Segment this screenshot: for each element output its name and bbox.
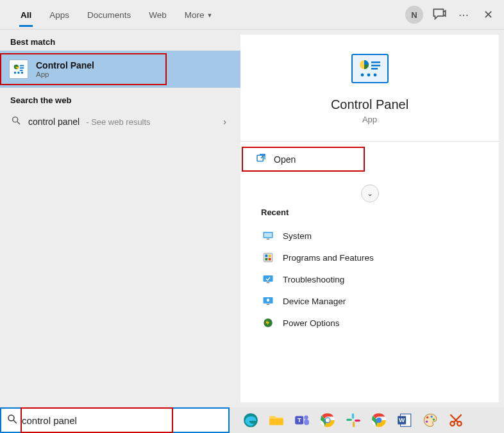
svg-rect-38 [304, 420, 309, 425]
svg-point-41 [326, 418, 330, 423]
taskbar-word-icon[interactable]: W [394, 409, 416, 431]
svg-rect-22 [269, 255, 271, 257]
search-web-label: Search the web [0, 88, 240, 109]
svg-rect-3 [20, 70, 23, 71]
web-result-row[interactable]: control panel - See web results › [0, 109, 240, 135]
svg-rect-16 [257, 155, 263, 161]
svg-rect-25 [264, 275, 273, 282]
system-icon [262, 230, 274, 241]
svg-rect-21 [265, 255, 268, 257]
svg-line-32 [13, 420, 17, 423]
search-window: All Apps Documents Web More▼ N ⋯ ✕ Best … [0, 0, 504, 407]
close-icon[interactable]: ✕ [480, 6, 496, 23]
recent-item-power-options[interactable]: Power Options [260, 312, 480, 334]
recent-item-device-manager[interactable]: Device Manager [260, 290, 480, 312]
recent-item-label: Programs and Features [283, 253, 374, 263]
recent-section: Recent System Programs and Features Trou… [240, 195, 499, 334]
svg-rect-19 [267, 239, 270, 240]
chevron-down-icon: ⌄ [367, 189, 373, 198]
result-control-panel[interactable]: Control Panel App [0, 53, 167, 85]
best-match-label: Best match [0, 29, 240, 51]
control-panel-icon [9, 60, 28, 79]
tab-web[interactable]: Web [140, 4, 176, 26]
taskbar-chrome-icon[interactable] [317, 409, 339, 431]
more-options-icon[interactable]: ⋯ [455, 6, 472, 23]
tab-all[interactable]: All [12, 4, 40, 26]
svg-point-28 [267, 298, 270, 302]
taskbar-file-explorer-icon[interactable] [265, 409, 287, 431]
result-text: Control Panel App [36, 60, 94, 78]
svg-point-53 [433, 418, 435, 420]
web-query-text: control panel [28, 117, 80, 127]
svg-point-31 [8, 415, 14, 421]
tab-label: Web [149, 10, 167, 20]
svg-rect-43 [346, 419, 352, 421]
chevron-right-icon: › [223, 117, 226, 127]
programs-icon [262, 252, 274, 263]
svg-rect-11 [371, 65, 380, 67]
open-action[interactable]: Open [239, 144, 367, 174]
svg-rect-20 [264, 253, 273, 262]
svg-point-13 [360, 74, 364, 77]
user-avatar[interactable]: N [405, 6, 423, 24]
preview-actions: Open [240, 141, 499, 177]
svg-point-6 [21, 72, 23, 74]
tab-label: More [185, 10, 205, 20]
taskbar-chrome-canary-icon[interactable] [368, 409, 390, 431]
tab-more[interactable]: More▼ [176, 4, 222, 26]
search-input[interactable] [22, 415, 223, 426]
svg-rect-2 [20, 67, 24, 69]
recent-item-troubleshooting[interactable]: Troubleshooting [260, 268, 480, 290]
taskbar-apps: T W [230, 409, 467, 431]
preview-title: Control Panel [331, 97, 408, 112]
svg-rect-42 [352, 413, 354, 419]
svg-point-51 [426, 416, 428, 418]
svg-rect-23 [265, 258, 268, 261]
result-title: Control Panel [36, 60, 94, 70]
main-content: Best match Control Panel App Search the … [0, 29, 504, 407]
chevron-down-icon: ▼ [207, 12, 213, 19]
tab-apps[interactable]: Apps [40, 4, 78, 26]
preview-subtitle: App [362, 115, 377, 124]
svg-point-37 [304, 415, 308, 420]
results-pane: Best match Control Panel App Search the … [0, 29, 240, 407]
feedback-icon[interactable] [431, 6, 448, 23]
tab-label: Documents [87, 10, 131, 20]
taskbar-snip-icon[interactable] [445, 409, 467, 431]
filter-tabs: All Apps Documents Web More▼ [0, 0, 222, 29]
svg-rect-44 [353, 421, 355, 427]
open-label: Open [274, 154, 296, 165]
tab-label: Apps [49, 10, 69, 20]
preview-header: Control Panel App [240, 35, 499, 124]
recent-item-programs[interactable]: Programs and Features [260, 247, 480, 268]
result-subtitle: App [36, 70, 94, 78]
svg-rect-45 [355, 420, 360, 421]
tab-label: All [21, 10, 31, 20]
svg-text:W: W [399, 416, 405, 423]
svg-rect-26 [267, 282, 270, 284]
svg-point-52 [430, 416, 432, 418]
svg-line-8 [17, 122, 20, 124]
svg-point-54 [426, 420, 428, 422]
svg-point-5 [17, 72, 19, 74]
recent-label: Recent [260, 208, 480, 217]
recent-item-label: Troubleshooting [283, 275, 344, 284]
taskbar-search-box[interactable] [0, 407, 230, 433]
header-bar: All Apps Documents Web More▼ N ⋯ ✕ [0, 0, 504, 29]
svg-rect-10 [371, 61, 380, 63]
web-hint-text: - See web results [86, 117, 150, 127]
taskbar-slack-icon[interactable] [342, 409, 364, 431]
expand-toggle[interactable]: ⌄ [361, 184, 379, 202]
taskbar-edge-icon[interactable] [240, 409, 262, 431]
recent-item-label: Power Options [283, 318, 340, 328]
svg-rect-34 [269, 419, 283, 425]
recent-item-label: System [283, 231, 312, 241]
taskbar-teams-icon[interactable]: T [291, 409, 313, 431]
svg-point-15 [373, 74, 376, 77]
recent-item-system[interactable]: System [260, 225, 480, 247]
tab-documents[interactable]: Documents [78, 4, 140, 26]
svg-rect-24 [269, 258, 271, 261]
best-match-row: Control Panel App [0, 51, 240, 88]
taskbar-paint-icon[interactable] [419, 409, 441, 431]
header-controls: N ⋯ ✕ [405, 0, 496, 29]
